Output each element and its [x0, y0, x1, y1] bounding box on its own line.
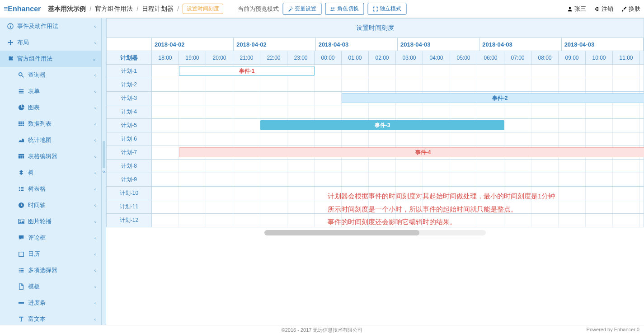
sidebar-item[interactable]: 富文本‹: [0, 311, 101, 325]
timeline-cell[interactable]: [586, 160, 613, 173]
timeline-cell[interactable]: [206, 200, 233, 213]
timeline-cell[interactable]: [559, 105, 586, 118]
sidebar-item[interactable]: 图片轮播‹: [0, 213, 101, 230]
timeline-cell[interactable]: [423, 173, 450, 186]
timeline-cell[interactable]: [206, 160, 233, 173]
timeline-cell[interactable]: [423, 187, 450, 200]
timeline-cell[interactable]: [504, 160, 531, 173]
standalone-mode-button[interactable]: 独立模式: [367, 3, 406, 15]
timeline-cell[interactable]: [613, 214, 640, 227]
sidebar-item[interactable]: 数据列表‹: [0, 116, 101, 132]
sidebar-item[interactable]: 统计地图‹: [0, 132, 101, 148]
timeline-cell[interactable]: [559, 160, 586, 173]
timeline-cell[interactable]: [315, 187, 342, 200]
timeline-cell[interactable]: [613, 173, 640, 186]
timeline-cell[interactable]: [152, 65, 179, 78]
timeline-cell[interactable]: [586, 132, 613, 146]
timeline-cell[interactable]: [613, 132, 640, 146]
timeline-cell[interactable]: [206, 187, 233, 200]
timeline-cell[interactable]: [342, 160, 369, 173]
timeline-cell[interactable]: [342, 132, 369, 146]
timeline-cell[interactable]: [613, 78, 640, 91]
timeline-cell[interactable]: [396, 214, 423, 227]
timeline-cell[interactable]: [315, 65, 342, 78]
timeline-cell[interactable]: [233, 187, 260, 200]
user-menu[interactable]: 张三: [567, 5, 586, 13]
timeline-cell[interactable]: [613, 105, 640, 118]
timeline-cell[interactable]: [504, 119, 531, 132]
timeline-cell[interactable]: [287, 173, 315, 186]
timeline-cell[interactable]: [559, 200, 586, 213]
timeline-cell[interactable]: [531, 160, 559, 173]
timeline-cell[interactable]: [152, 214, 179, 227]
timeline-cell[interactable]: [504, 78, 531, 91]
timeline-cell[interactable]: [260, 105, 287, 118]
horizontal-scrollbar[interactable]: [264, 230, 486, 235]
timeline-cell[interactable]: [396, 78, 423, 91]
timeline-cell[interactable]: [559, 78, 586, 91]
timeline-cell[interactable]: [586, 119, 613, 132]
breadcrumb-l1[interactable]: 官方组件用法: [95, 5, 133, 13]
sidebar-item[interactable]: 进度条‹: [0, 295, 101, 311]
timeline-cell[interactable]: [423, 132, 450, 146]
timeline-cell[interactable]: [369, 187, 396, 200]
timeline-cell[interactable]: [477, 200, 504, 213]
timeline-cell[interactable]: [179, 160, 206, 173]
timeline-cell[interactable]: [179, 214, 206, 227]
timeline-cell[interactable]: [423, 200, 450, 213]
timeline-cell[interactable]: [423, 160, 450, 173]
timeline-cell[interactable]: [396, 173, 423, 186]
timeline-cell[interactable]: [477, 187, 504, 200]
timeline-cell[interactable]: [233, 173, 260, 186]
timeline-cell[interactable]: [559, 187, 586, 200]
timeline-cell[interactable]: [152, 200, 179, 213]
timeline-cell[interactable]: [233, 78, 260, 91]
skin-link[interactable]: 换肤: [621, 5, 640, 13]
timeline-cell[interactable]: [477, 214, 504, 227]
timeline-cell[interactable]: [287, 105, 315, 118]
timeline-cell[interactable]: [531, 65, 559, 78]
timeline-cell[interactable]: [559, 214, 586, 227]
timeline-cell[interactable]: [152, 146, 179, 159]
timeline-cell[interactable]: [287, 78, 315, 91]
sidebar-item[interactable]: 布局‹: [0, 34, 101, 51]
timeline-cell[interactable]: [559, 173, 586, 186]
timeline-cell[interactable]: [477, 160, 504, 173]
timeline-cell[interactable]: [233, 119, 260, 132]
timeline-cell[interactable]: [342, 65, 369, 78]
timeline-cell[interactable]: [179, 78, 206, 91]
timeline-cell[interactable]: [504, 214, 531, 227]
timeline-cell[interactable]: [287, 200, 315, 213]
scheduler-event[interactable]: 事件-1: [179, 66, 315, 76]
timeline-cell[interactable]: [206, 105, 233, 118]
sidebar-item[interactable]: 模板‹: [0, 278, 101, 295]
timeline-cell[interactable]: [206, 132, 233, 146]
timeline-cell[interactable]: [152, 92, 179, 105]
timeline-cell[interactable]: [531, 173, 559, 186]
scheduler-event[interactable]: 事件-3: [260, 120, 504, 130]
sidebar-item[interactable]: 查询器‹: [0, 67, 101, 83]
timeline-cell[interactable]: [179, 119, 206, 132]
timeline-cell[interactable]: [152, 160, 179, 173]
sidebar-item[interactable]: 多项选择器‹: [0, 262, 101, 278]
timeline-cell[interactable]: [369, 78, 396, 91]
sidebar-item[interactable]: 表格编辑器‹: [0, 148, 101, 165]
timeline-cell[interactable]: [586, 173, 613, 186]
timeline-cell[interactable]: [233, 214, 260, 227]
timeline-cell[interactable]: [423, 65, 450, 78]
timeline-cell[interactable]: [206, 78, 233, 91]
variable-settings-button[interactable]: 变量设置: [282, 3, 321, 15]
timeline-cell[interactable]: [586, 78, 613, 91]
timeline-cell[interactable]: [206, 92, 233, 105]
timeline-cell[interactable]: [179, 173, 206, 186]
timeline-cell[interactable]: [206, 173, 233, 186]
sidebar-item[interactable]: 树表格‹: [0, 181, 101, 197]
timeline-cell[interactable]: [531, 78, 559, 91]
timeline-cell[interactable]: [531, 187, 559, 200]
timeline-cell[interactable]: [613, 160, 640, 173]
timeline-cell[interactable]: [152, 105, 179, 118]
timeline-cell[interactable]: [179, 187, 206, 200]
timeline-cell[interactable]: [152, 132, 179, 146]
timeline-cell[interactable]: [504, 187, 531, 200]
timeline-cell[interactable]: [423, 105, 450, 118]
